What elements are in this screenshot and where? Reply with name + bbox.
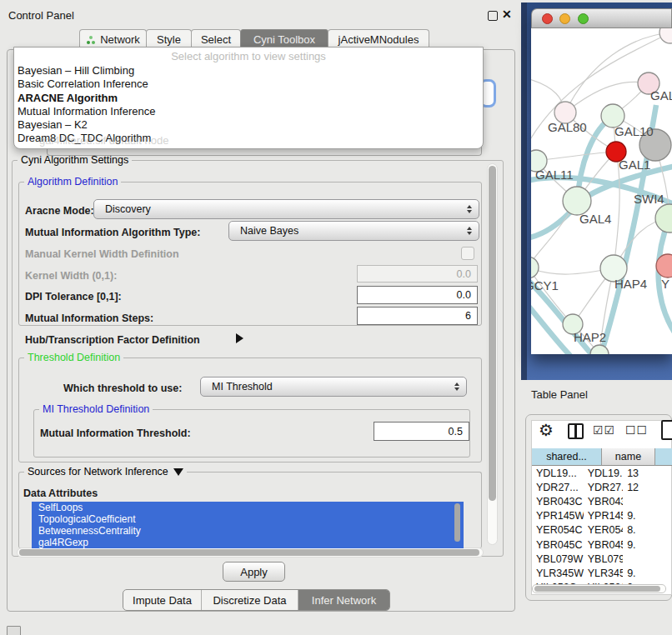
network-graph: GALGAL80GAL10GAL1GAL11GAL4SWI4GCY1HAP4YH…	[531, 28, 672, 354]
table-row[interactable]: YLR345WYLR345W9.	[532, 566, 672, 580]
float-window-icon[interactable]	[488, 11, 498, 21]
table-row[interactable]: YBR043CYBR043C	[532, 494, 672, 508]
mi-steps-field[interactable]: 6	[357, 307, 478, 325]
list-item[interactable]: SelfLoops	[32, 502, 464, 513]
list-item[interactable]: BetweennessCentrality	[32, 525, 464, 537]
scrollbar-thumb[interactable]	[534, 586, 660, 592]
control-panel-title: Control Panel	[8, 9, 74, 22]
dropdown-item[interactable]: ARACNE Algorithm	[18, 92, 479, 105]
network-icon	[86, 35, 96, 45]
node-label: GAL80	[548, 120, 587, 134]
expander-collapsed-icon[interactable]	[236, 333, 243, 343]
hub-definition-expander-label[interactable]: Hub/Transcription Factor Definition	[25, 334, 200, 346]
network-node-swi4[interactable]	[655, 204, 672, 232]
page-icon[interactable]	[661, 420, 672, 440]
network-edge[interactable]	[536, 152, 616, 161]
combo-value: Discovery	[105, 203, 151, 215]
table-cell: YER054C	[532, 524, 584, 536]
table-cell: YBL079W	[584, 553, 623, 565]
scrollbar-thumb[interactable]	[19, 549, 479, 556]
table-row[interactable]: YER054CYER054C8.	[532, 523, 672, 538]
table-cell: YBR043C	[584, 496, 623, 508]
close-traffic-light[interactable]	[542, 13, 553, 24]
column-header[interactable]: A	[655, 448, 672, 466]
deselect-all-checkboxes-icon[interactable]: ☐☐	[625, 423, 648, 437]
tab-label: jActiveMNodules	[339, 33, 419, 46]
tab-discretize-data[interactable]: Discretize Data	[201, 590, 298, 610]
which-threshold-select[interactable]: MI Threshold	[200, 377, 467, 397]
table-cell: YPR145W	[532, 510, 584, 522]
combo-value: Naive Bayes	[240, 225, 298, 237]
table-cell: 13	[623, 468, 672, 479]
group-title: Sources for Network Inference	[28, 466, 168, 478]
gear-icon[interactable]: ⚙	[539, 421, 554, 439]
stepper-icon	[467, 200, 472, 218]
cyni-bottom-tabbar: Impute DataDiscretize DataInfer Network	[123, 589, 390, 611]
kernel-width-field: 0.0	[357, 265, 478, 282]
manual-kernel-width-checkbox	[461, 247, 474, 260]
occluded-table-combo-text: gal4filtered.sif default node	[39, 134, 168, 147]
node-label: GAL10	[614, 124, 654, 138]
table-body: YDL19...YDL19...13YDR27...YDR27...12YBR0…	[532, 466, 672, 586]
column-header[interactable]: shared...	[532, 448, 602, 466]
expander-expanded-icon[interactable]	[173, 468, 183, 476]
table-row[interactable]: YBL079WYBL079W	[532, 552, 672, 566]
columns-icon[interactable]	[568, 423, 584, 439]
algorithm-dropdown-popup: Select algorithm to view settings Bayesi…	[13, 47, 484, 149]
node-label: GAL11	[535, 168, 574, 182]
node-label: GAL1	[619, 158, 650, 172]
aracne-mode-select[interactable]: Discovery	[93, 199, 479, 219]
table-row[interactable]: YBR045CYBR045C9.	[532, 538, 672, 552]
list-scrollbar[interactable]	[454, 503, 461, 545]
mi-algorithm-type-select[interactable]: Naive Bayes	[228, 221, 479, 241]
data-attributes-list[interactable]: SelfLoopsTopologicalCoefficientBetweenne…	[32, 502, 464, 548]
network-node[interactable]	[659, 28, 672, 43]
list-item[interactable]: TopologicalCoefficient	[32, 513, 464, 525]
tab-impute-data[interactable]: Impute Data	[123, 590, 201, 610]
network-node-gcy1[interactable]	[531, 257, 539, 278]
zoom-traffic-light[interactable]	[578, 13, 589, 24]
table-horizontal-scrollbar[interactable]	[532, 584, 666, 593]
node-label: SWI4	[634, 192, 664, 206]
close-icon[interactable]: ✕	[502, 8, 512, 21]
screen: Control Panel ✕ NetworkStyleSelectCyni T…	[0, 0, 672, 635]
settings-horizontal-scrollbar[interactable]	[17, 548, 484, 558]
settings-vertical-scrollbar[interactable]	[487, 163, 498, 545]
scrollbar-thumb[interactable]	[489, 166, 496, 501]
dpi-tolerance-field[interactable]: 0.0	[357, 286, 478, 304]
dropdown-item[interactable]: Bayesian – K2	[18, 118, 479, 132]
minimized-panel-icon[interactable]	[7, 626, 21, 635]
minimize-traffic-light[interactable]	[559, 13, 570, 24]
column-header[interactable]: name	[602, 448, 655, 466]
table-cell: YLR345W	[584, 568, 623, 579]
group-title: Threshold Definition	[24, 352, 123, 363]
table-row[interactable]: YPR145WYPR145W9.	[532, 509, 672, 523]
dropdown-item[interactable]: Basic Correlation Inference	[18, 78, 479, 91]
sources-expander-title[interactable]: Sources for Network Inference	[24, 466, 187, 478]
apply-button[interactable]: Apply	[223, 562, 285, 582]
table-row[interactable]: YDL19...YDL19...13	[532, 466, 672, 480]
table-cell: 8.	[623, 524, 672, 536]
network-node-gal4[interactable]	[563, 187, 591, 215]
mi-algorithm-type-label: Mutual Information Algorithm Type:	[25, 227, 200, 238]
table-cell: 9.	[623, 568, 672, 579]
node-label: Y	[661, 277, 669, 291]
dropdown-item[interactable]: Mutual Information Inference	[18, 105, 479, 118]
node-label: GAL4	[579, 212, 611, 226]
select-all-checkboxes-icon[interactable]: ☑☑	[593, 423, 615, 437]
stepper-icon	[467, 222, 472, 240]
network-view-canvas[interactable]: GALGAL80GAL10GAL1GAL11GAL4SWI4GCY1HAP4YH…	[531, 28, 672, 354]
list-item[interactable]: gal4RGexp	[32, 537, 464, 548]
dropdown-placeholder: Select algorithm to view settings	[14, 50, 483, 62]
node-label: HAP4	[614, 277, 647, 291]
table-row[interactable]: YDR27...YDR27...12	[532, 480, 672, 494]
table-header: shared...nameA	[532, 448, 672, 466]
dropdown-item[interactable]: Bayesian – Hill Climbing	[18, 64, 479, 78]
kernel-width-label: Kernel Width (0,1):	[25, 270, 117, 282]
node-label: HAP2	[574, 330, 606, 344]
tab-infer-network[interactable]: Infer Network	[298, 590, 389, 610]
mi-threshold-field[interactable]: 0.5	[374, 422, 469, 441]
group-title: Algorithm Definition	[24, 176, 121, 188]
table-cell: 12	[623, 482, 672, 493]
scrollbar-thumb[interactable]	[454, 503, 460, 542]
